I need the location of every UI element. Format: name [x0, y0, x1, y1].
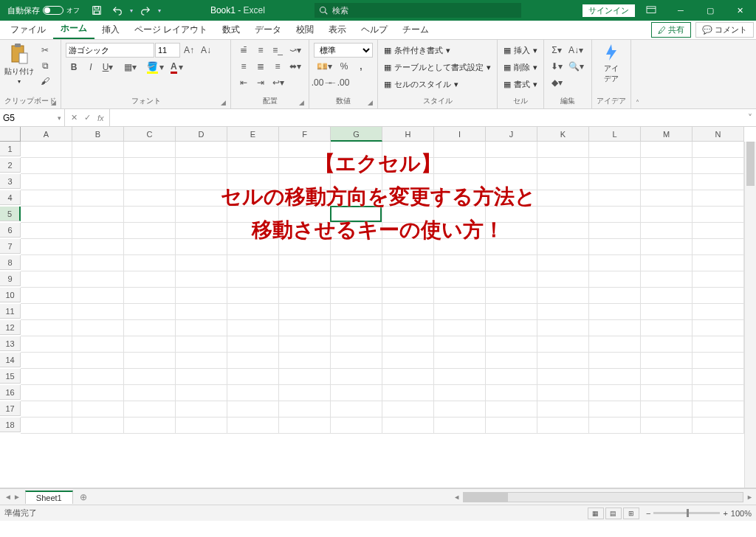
cell[interactable] — [72, 418, 124, 434]
cell[interactable] — [72, 142, 124, 158]
orientation-icon[interactable]: ⤻▾ — [286, 43, 304, 58]
cell[interactable] — [382, 385, 434, 401]
cell[interactable] — [434, 385, 486, 401]
row-header[interactable]: 8 — [0, 255, 21, 270]
cell[interactable] — [434, 353, 486, 369]
cell[interactable] — [641, 239, 693, 255]
name-box-input[interactable] — [3, 113, 47, 123]
cell[interactable] — [21, 336, 72, 353]
cell[interactable] — [279, 418, 331, 434]
add-sheet-icon[interactable]: ⊕ — [76, 492, 91, 502]
cell[interactable] — [537, 207, 589, 223]
cell[interactable] — [641, 190, 693, 207]
cell[interactable] — [72, 401, 124, 418]
find-select-icon[interactable]: 🔍▾ — [566, 59, 587, 74]
row-header[interactable]: 16 — [0, 385, 21, 400]
cell[interactable] — [382, 142, 434, 158]
cell[interactable] — [331, 190, 382, 207]
cell[interactable] — [21, 207, 72, 223]
increase-font-icon[interactable]: A↑ — [181, 43, 197, 58]
vertical-scrollbar[interactable] — [744, 142, 756, 488]
cell[interactable] — [537, 418, 589, 434]
align-bottom-icon[interactable]: ≡_ — [269, 43, 286, 58]
cell[interactable] — [331, 401, 382, 418]
cell[interactable] — [641, 418, 693, 434]
cell[interactable] — [589, 158, 641, 174]
cell[interactable] — [176, 271, 227, 288]
column-header[interactable]: F — [279, 127, 331, 142]
cell[interactable] — [382, 369, 434, 385]
cell[interactable] — [21, 353, 72, 369]
cell[interactable] — [693, 207, 744, 223]
cell[interactable] — [589, 401, 641, 418]
cell-styles-button[interactable]: ▦ セルのスタイル ▾ — [382, 77, 460, 91]
increase-indent-icon[interactable]: ⇥ — [252, 75, 269, 90]
redo-icon[interactable] — [137, 2, 154, 18]
cell[interactable] — [21, 418, 72, 434]
cell[interactable] — [21, 158, 72, 174]
cell[interactable] — [331, 418, 382, 434]
cell[interactable] — [176, 353, 227, 369]
cell[interactable] — [176, 336, 227, 353]
collapse-ribbon-icon[interactable]: ˄ — [636, 99, 639, 107]
comment-button[interactable]: 💬 コメント — [695, 22, 754, 38]
cell[interactable] — [693, 190, 744, 207]
cell[interactable] — [227, 304, 279, 320]
cell[interactable] — [176, 401, 227, 418]
column-header[interactable]: B — [72, 127, 124, 142]
expand-formula-bar-icon[interactable]: ˅ — [744, 113, 756, 123]
cell[interactable] — [641, 158, 693, 174]
cell[interactable] — [124, 158, 176, 174]
cell[interactable] — [72, 320, 124, 336]
cell[interactable] — [124, 223, 176, 239]
name-box[interactable]: ▾ — [0, 109, 65, 126]
cell[interactable] — [72, 336, 124, 353]
cell[interactable] — [434, 288, 486, 304]
autosave-toggle[interactable]: 自動保存 オフ — [3, 5, 84, 16]
cell[interactable] — [331, 239, 382, 255]
copy-icon[interactable]: ⧉ — [37, 58, 53, 73]
cell[interactable] — [589, 190, 641, 207]
cell[interactable] — [641, 223, 693, 239]
cell[interactable] — [331, 369, 382, 385]
paste-button[interactable]: 貼り付け▾ — [4, 43, 34, 85]
cell[interactable] — [434, 418, 486, 434]
cell[interactable] — [176, 304, 227, 320]
column-header[interactable]: G — [331, 127, 382, 142]
minimize-icon[interactable]: ─ — [667, 0, 694, 21]
cell[interactable] — [641, 255, 693, 271]
sheet-nav-prev-icon[interactable]: ◄ — [4, 493, 12, 501]
cell[interactable] — [279, 385, 331, 401]
fill-icon[interactable]: ⬇▾ — [549, 59, 565, 74]
normal-view-icon[interactable]: ▦ — [588, 507, 604, 519]
zoom-in-icon[interactable]: + — [723, 509, 727, 518]
cell[interactable] — [382, 304, 434, 320]
format-painter-icon[interactable]: 🖌 — [37, 74, 53, 89]
zoom-level[interactable]: 100% — [731, 509, 752, 518]
cell[interactable] — [176, 288, 227, 304]
cell[interactable] — [537, 190, 589, 207]
cell[interactable] — [331, 336, 382, 353]
cell[interactable] — [176, 207, 227, 223]
tab-pagelayout[interactable]: ページ レイアウト — [127, 21, 215, 39]
cell[interactable] — [486, 174, 537, 190]
cell[interactable] — [72, 353, 124, 369]
cell[interactable] — [21, 255, 72, 271]
cell[interactable] — [279, 401, 331, 418]
cell[interactable] — [537, 304, 589, 320]
cell[interactable] — [21, 320, 72, 336]
cell[interactable] — [382, 239, 434, 255]
cell[interactable] — [537, 142, 589, 158]
cell[interactable] — [124, 190, 176, 207]
cell[interactable] — [124, 207, 176, 223]
cell[interactable] — [434, 190, 486, 207]
row-header[interactable]: 4 — [0, 190, 21, 205]
cell[interactable] — [434, 304, 486, 320]
cell[interactable] — [331, 158, 382, 174]
cell[interactable] — [434, 271, 486, 288]
cell[interactable] — [227, 223, 279, 239]
dialog-launcher-icon[interactable]: ◢ — [299, 99, 304, 106]
cell[interactable] — [227, 320, 279, 336]
cell[interactable] — [693, 142, 744, 158]
cell[interactable] — [279, 255, 331, 271]
